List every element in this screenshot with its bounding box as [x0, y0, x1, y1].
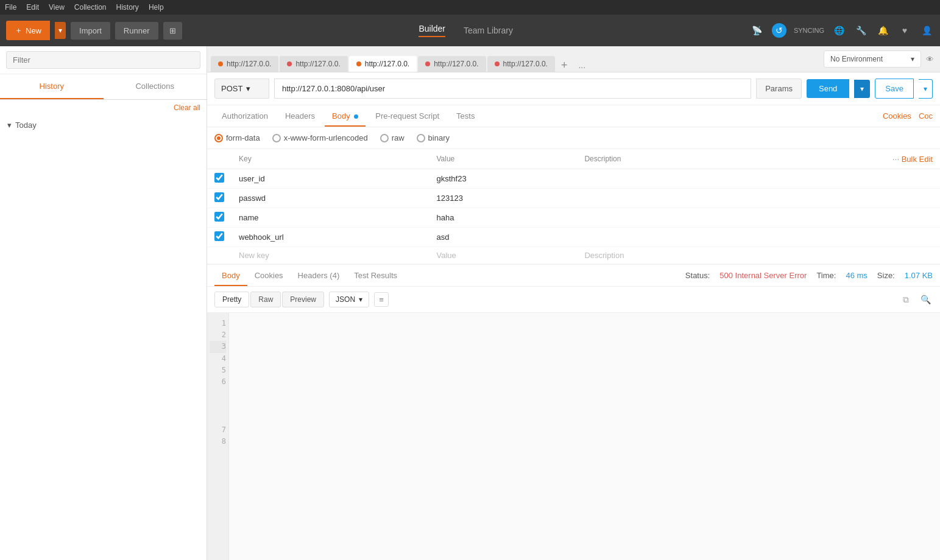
- row-checkbox-1[interactable]: [214, 173, 224, 183]
- code-content: [229, 313, 940, 560]
- sidebar-actions: Clear all: [0, 100, 207, 116]
- wrap-icon[interactable]: ≡: [374, 292, 389, 307]
- url-input[interactable]: [274, 79, 751, 99]
- res-tab-cookies[interactable]: Cookies: [247, 265, 291, 286]
- copy-icon[interactable]: ⧉: [899, 292, 913, 307]
- syncing-label: SYNCING: [794, 27, 824, 34]
- sidebar-today-title[interactable]: ▾ Today: [7, 121, 199, 130]
- new-key-placeholder[interactable]: New key: [231, 247, 429, 264]
- env-bar: No Environment ▾ 👁: [818, 51, 940, 68]
- radio-binary[interactable]: binary: [417, 133, 450, 142]
- heart-icon[interactable]: ♥: [897, 23, 912, 38]
- res-tab-headers[interactable]: Headers (4): [291, 265, 347, 286]
- send-dropdown-button[interactable]: ▾: [854, 80, 870, 98]
- sidebar-tab-collections[interactable]: Collections: [104, 74, 207, 99]
- response-status: Status: 500 Internal Server Error Time: …: [685, 271, 933, 280]
- menu-view[interactable]: View: [49, 3, 65, 12]
- menu-collection[interactable]: Collection: [74, 3, 107, 12]
- col-description-header: Description: [577, 149, 757, 169]
- avatar[interactable]: 👤: [919, 23, 934, 38]
- row-checkbox-4[interactable]: [214, 231, 224, 241]
- chevron-down-icon: ▾: [246, 84, 250, 93]
- menu-help[interactable]: Help: [149, 3, 164, 12]
- search-icon[interactable]: 🔍: [918, 292, 933, 307]
- lang-select[interactable]: JSON ▾: [329, 292, 369, 307]
- status-value: 500 Internal Server Error: [719, 271, 807, 280]
- new-desc-placeholder: Description: [577, 247, 757, 264]
- menu-history[interactable]: History: [116, 3, 139, 12]
- more-tabs-button[interactable]: ···: [573, 62, 590, 72]
- request-tab-4[interactable]: http://127.0.0.: [418, 56, 486, 72]
- row-checkbox-2[interactable]: [214, 192, 224, 202]
- size-label: Size:: [877, 271, 895, 280]
- sync-icon[interactable]: ↺: [772, 23, 786, 38]
- col-more-icon[interactable]: ···: [892, 154, 900, 164]
- main-layout: History Collections Clear all ▾ Today ht…: [0, 46, 940, 560]
- res-tab-body[interactable]: Body: [214, 265, 247, 286]
- request-tab-2[interactable]: http://127.0.0.: [280, 56, 347, 72]
- value-cell-3: haha: [429, 208, 577, 228]
- toolbar-center: Builder Team Library: [187, 24, 745, 37]
- req-tab-pre-request[interactable]: Pre-request Script: [368, 105, 447, 127]
- tab-team-library[interactable]: Team Library: [464, 26, 513, 35]
- value-cell-2: 123123: [429, 189, 577, 208]
- new-dropdown-button[interactable]: ▾: [55, 22, 66, 39]
- layout-button[interactable]: ⊞: [163, 22, 182, 40]
- add-tab-button[interactable]: +: [556, 59, 573, 72]
- req-tab-authorization[interactable]: Authorization: [214, 105, 275, 127]
- format-tab-preview[interactable]: Preview: [282, 292, 324, 307]
- new-button[interactable]: ＋ New: [6, 21, 50, 40]
- save-dropdown-button[interactable]: ▾: [919, 79, 933, 99]
- method-select[interactable]: POST ▾: [214, 79, 269, 99]
- res-tab-test-results[interactable]: Test Results: [347, 265, 405, 286]
- filter-input[interactable]: [6, 51, 200, 69]
- bulk-edit-button[interactable]: Bulk Edit: [902, 155, 933, 164]
- bell-icon[interactable]: 🔔: [875, 23, 890, 38]
- satellite-icon[interactable]: 📡: [750, 23, 765, 38]
- new-key-row: New key Value Description: [207, 247, 940, 264]
- value-cell-4: asd: [429, 228, 577, 247]
- body-active-dot: [354, 114, 358, 119]
- chevron-down-icon: ▾: [359, 295, 362, 304]
- request-tab-3[interactable]: http://127.0.0.: [349, 56, 417, 72]
- wrench-icon[interactable]: 🔧: [853, 23, 868, 38]
- format-tab-pretty[interactable]: Pretty: [214, 292, 249, 307]
- save-button[interactable]: Save: [875, 79, 914, 99]
- request-tab-1[interactable]: http://127.0.0.: [211, 56, 278, 72]
- value-cell-1: gksthf23: [429, 169, 577, 189]
- params-button[interactable]: Params: [756, 79, 802, 99]
- radio-raw[interactable]: raw: [380, 133, 405, 142]
- req-tabs-right: Cookies Coc: [883, 111, 933, 121]
- env-eye-icon[interactable]: 👁: [926, 55, 934, 64]
- radio-form-data[interactable]: form-data: [214, 133, 260, 142]
- req-tab-tests[interactable]: Tests: [449, 105, 482, 127]
- code-link[interactable]: Coc: [919, 111, 933, 121]
- tab-dot-5: [495, 61, 500, 66]
- response-toolbar: Pretty Raw Preview JSON ▾ ≡ ⧉ 🔍: [207, 287, 940, 313]
- key-cell-4: webhook_url: [231, 228, 429, 247]
- tab-dot-1: [218, 61, 223, 66]
- globe-icon[interactable]: 🌐: [832, 23, 846, 38]
- row-checkbox-3[interactable]: [214, 212, 224, 222]
- req-tab-body[interactable]: Body: [325, 105, 366, 127]
- import-button[interactable]: Import: [71, 22, 110, 40]
- sidebar-tab-history[interactable]: History: [0, 74, 104, 99]
- menu-file[interactable]: File: [5, 3, 16, 12]
- clear-all-button[interactable]: Clear all: [174, 103, 200, 112]
- menu-edit[interactable]: Edit: [26, 3, 39, 12]
- radio-urlencoded[interactable]: x-www-form-urlencoded: [272, 133, 368, 142]
- environment-select[interactable]: No Environment ▾: [824, 51, 921, 68]
- tab-dot-3: [356, 61, 361, 66]
- tabs-env-row: http://127.0.0. http://127.0.0. http://1…: [207, 46, 940, 72]
- time-value: 46 ms: [846, 271, 867, 280]
- req-tab-headers[interactable]: Headers: [278, 105, 322, 127]
- cookies-link[interactable]: Cookies: [883, 111, 911, 121]
- tab-builder[interactable]: Builder: [419, 24, 445, 37]
- radio-dot-form-data: [214, 134, 223, 142]
- request-tab-5[interactable]: http://127.0.0.: [487, 56, 555, 72]
- sidebar-tabs: History Collections: [0, 74, 207, 100]
- radio-dot-urlencoded: [272, 134, 281, 142]
- format-tab-raw[interactable]: Raw: [250, 292, 281, 307]
- send-button[interactable]: Send: [807, 79, 849, 98]
- runner-button[interactable]: Runner: [115, 22, 158, 40]
